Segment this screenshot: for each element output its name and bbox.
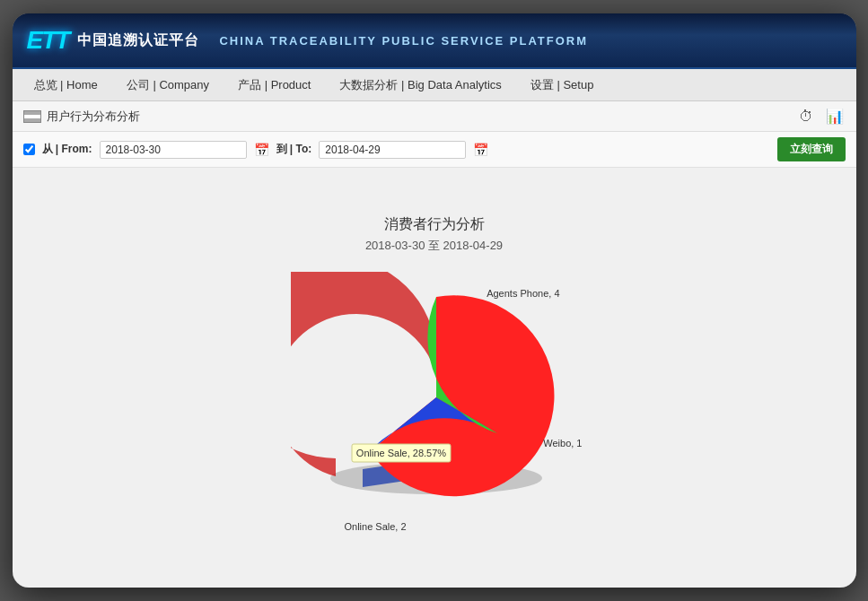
from-date-input[interactable]: [100, 141, 247, 159]
filter-checkbox[interactable]: [23, 144, 35, 155]
nav-bigdata[interactable]: 大数据分析 | Big Data Analytics: [327, 72, 513, 99]
logo-english: CHINA TRACEABILITY PUBLIC SERVICE PLATFO…: [219, 34, 588, 48]
svg-text:Online Sale, 28.57%: Online Sale, 28.57%: [355, 448, 446, 458]
nav-bar: 总览 | Home 公司 | Company 产品 | Product 大数据分…: [13, 69, 856, 101]
to-label: 到 | To:: [276, 142, 312, 157]
logo-area: ETT 中国追溯认证平台 CHINA TRACEABILITY PUBLIC S…: [27, 26, 589, 55]
chart-subtitle: 2018-03-30 至 2018-04-29: [174, 238, 695, 254]
page-title: 用户行为分布分析: [47, 109, 140, 125]
search-button[interactable]: 立刻查询: [777, 137, 846, 161]
pie-chart: Online Sale, 28.57% Agents Phone, 4 Weib…: [291, 272, 578, 541]
nav-home[interactable]: 总览 | Home: [22, 72, 110, 99]
app-header: ETT 中国追溯认证平台 CHINA TRACEABILITY PUBLIC S…: [13, 13, 856, 69]
page-icon: [23, 110, 41, 123]
logo-icon: ETT: [27, 26, 69, 55]
nav-company[interactable]: 公司 | Company: [114, 72, 222, 99]
nav-setup[interactable]: 设置 | Setup: [518, 72, 607, 99]
to-date-input[interactable]: [319, 141, 466, 159]
chart-icon[interactable]: 📊: [824, 106, 846, 127]
chart-container: 消费者行为分析 2018-03-30 至 2018-04-29: [174, 215, 695, 541]
to-calendar-icon[interactable]: 📅: [473, 143, 488, 157]
pie-segment-agents-phone: [370, 295, 554, 496]
sub-header-left: 用户行为分布分析: [23, 109, 140, 125]
from-label: 从 | From:: [42, 142, 92, 157]
from-calendar-icon[interactable]: 📅: [254, 143, 269, 157]
sub-header: 用户行为分布分析 ⏱ 📊: [13, 101, 856, 132]
logo-chinese: 中国追溯认证平台: [77, 31, 199, 50]
clock-icon[interactable]: ⏱: [795, 106, 817, 127]
sub-header-right: ⏱ 📊: [795, 106, 846, 127]
pie-svg: Online Sale, 28.57%: [291, 272, 578, 541]
filter-checkbox-wrapper[interactable]: [23, 144, 35, 155]
nav-product[interactable]: 产品 | Product: [225, 72, 323, 99]
chart-title: 消费者行为分析: [174, 215, 695, 234]
filter-bar: 从 | From: 📅 到 | To: 📅 立刻查询: [13, 132, 856, 168]
main-content: 消费者行为分析 2018-03-30 至 2018-04-29: [13, 168, 856, 588]
